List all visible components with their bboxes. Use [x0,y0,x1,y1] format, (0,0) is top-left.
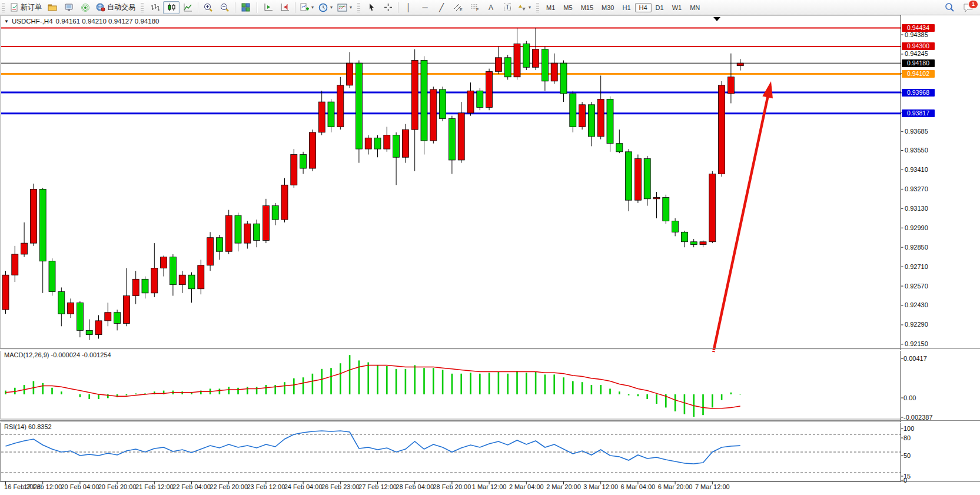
candle-body [551,63,557,81]
candle-body [663,197,669,221]
time-axis-label: 20 Feb 20:00 [98,483,137,490]
price-axis-label: 0.92290 [905,321,928,328]
macd-label: MACD(12,26,9) -0.000024 -0.001254 [4,351,111,358]
price-level-badge: 0.93817 [902,109,935,117]
time-axis-label: 22 Feb 20:00 [210,483,248,490]
candle-body [30,189,36,243]
candle-body [365,138,371,149]
rsi-axis-label: 80 [903,434,911,441]
candle-body [570,94,576,127]
price-axis-label: 0.94245 [905,50,928,57]
candle-body [477,91,483,107]
time-axis-label: 24 Feb 04:00 [284,483,323,490]
time-axis-label: 27 Feb 12:00 [358,483,397,490]
candle-body [281,185,288,220]
candle-body [644,159,650,199]
macd-axis-label: 0.00 [903,394,916,401]
candle-body [653,197,660,198]
time-axis-label: 22 Feb 04:00 [172,483,211,490]
price-axis-label: 0.93270 [905,185,928,192]
price-axis-label: 0.92570 [905,283,928,290]
candle-body [49,261,55,292]
price-axis-label: 0.93410 [905,166,928,173]
candle-body [58,291,65,314]
candle-body [449,118,455,160]
candle-body [719,85,725,174]
pane-separator[interactable] [0,348,980,351]
candle-body [123,296,129,324]
candle-body [300,155,307,169]
rsi-axis-label: 50 [903,452,911,459]
candle-body [486,71,493,107]
candle-body [39,189,46,261]
candle-body [105,313,111,321]
time-axis-label: 28 Feb 04:00 [396,483,434,490]
candle-body [588,105,594,137]
candle-body [216,238,222,252]
candle-body [272,206,278,220]
candle-body [737,63,743,65]
candle-body [504,58,511,77]
candle-body [188,275,195,289]
candle-body [440,89,446,118]
candle-body [161,257,167,268]
price-level-badge: 0.93968 [902,89,935,97]
candle-body [347,63,353,85]
time-axis-label: 2 Mar 04:00 [509,483,544,490]
time-axis-label: 26 Feb 23:00 [321,483,360,490]
candle-body [263,206,269,241]
time-axis-label: 20 Feb 04:00 [61,483,99,490]
candle-body [318,102,325,132]
chart-ohlc-values: 0.94161 0.94210 0.94127 0.94180 [56,18,160,25]
candle-body [291,155,297,185]
rsi-axis-label: 100 [903,425,914,432]
price-axis-label: 0.92430 [905,301,928,308]
price-level-badge: 0.94180 [902,59,935,67]
rsi-axis-label: 0 [903,477,907,484]
time-axis-label: 1 Mar 12:00 [472,483,507,490]
candle-body [467,91,474,113]
candle-body [309,132,315,168]
candle-body [207,238,214,265]
chart-header: ▼ USDCHF-,H4 0.94161 0.94210 0.94127 0.9… [4,18,159,25]
candle-body [421,61,427,141]
candle-body [634,159,641,201]
candle-body [337,85,344,127]
price-axis-label: 0.92850 [905,244,928,251]
candle-body [356,63,362,149]
price-axis-label: 0.93130 [905,205,928,212]
time-axis-label: 6 Mar 04:00 [621,483,656,490]
time-axis-label: 2 Mar 20:00 [546,483,581,490]
candle-body [542,49,548,81]
macd-axis-label: 0.00417 [903,355,927,362]
price-level-badge: 0.94434 [902,24,935,32]
candle-body [523,44,530,67]
candle-body [77,303,83,330]
candle-body [225,215,232,251]
candle-body [607,99,613,143]
candle-body [727,77,734,94]
chart-title: USDCHF-,H4 [12,18,53,25]
price-axis-label: 0.92990 [905,224,928,231]
candle-body [179,275,185,284]
candle-body [21,243,28,254]
candle-body [700,242,706,245]
macd-pane [1,350,901,419]
macd-axis-label: -0.002387 [903,414,933,421]
candle-body [142,279,148,293]
candle-body [68,303,74,314]
candle-body [709,174,716,241]
candle-body [533,49,539,68]
trading-terminal-window: 新订单 自动交易 [0,0,980,495]
chart-dropdown-icon[interactable]: ▼ [4,19,9,24]
pane-separator[interactable] [0,420,980,423]
candle-body [579,105,586,127]
candle-body [170,257,176,285]
candle-body [681,232,687,241]
time-axis-label: 23 Feb 12:00 [247,483,285,490]
candle-body [560,63,567,94]
candle-body [132,279,139,295]
candle-body [235,215,241,243]
price-axis-label: 0.93685 [905,128,928,135]
candle-body [495,58,501,72]
